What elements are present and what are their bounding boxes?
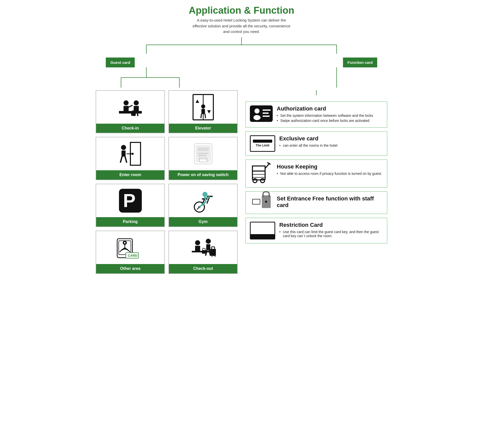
housekeeping-card-bullets: Not able to access room if privacy funct…: [277, 172, 383, 176]
svg-rect-81: [202, 250, 206, 254]
exclusive-icon-box: The Limit: [250, 135, 275, 152]
exclusive-bullet-1: can enter all the rooms in the hotel: [279, 143, 383, 147]
restriction-card-content: Restriction Card Use this card can limit…: [279, 222, 383, 239]
top-section: Application & Function A easy-to-used Ho…: [96, 5, 387, 88]
parking-label: Parking: [96, 217, 164, 227]
svg-rect-70: [195, 246, 200, 251]
svg-point-87: [254, 108, 260, 114]
icon-row-4: CARD Other area: [96, 231, 238, 274]
svg-rect-89: [263, 109, 271, 111]
enterroom-image: [96, 137, 164, 170]
enterroom-box: Enter room: [96, 137, 165, 180]
housekeeping-icon-svg: [251, 162, 271, 185]
page-subtitle: A easy-to-used Hotel Locking System can …: [191, 17, 292, 35]
page-title: Application & Function: [189, 5, 294, 16]
svg-point-69: [195, 240, 200, 245]
svg-rect-27: [201, 109, 205, 114]
entrance-lock-dot: [265, 201, 267, 203]
svg-rect-90: [263, 113, 269, 114]
gym-icon: [189, 187, 217, 215]
housekeeping-bullet-1: Not able to access room if privacy funct…: [277, 172, 383, 176]
restriction-card-bullets: Use this card can limit the guest card k…: [279, 230, 383, 238]
otherarea-label: Other area: [96, 264, 164, 273]
entrance-lock-combo: [252, 195, 271, 208]
icon-row-1: Check-in: [96, 90, 238, 134]
exclusive-stripe: [253, 140, 272, 143]
svg-rect-75: [210, 249, 216, 256]
poweron-box: Power on of saving switch: [168, 137, 238, 180]
title-box: Application & Function A easy-to-used Ho…: [189, 5, 294, 35]
svg-point-88: [253, 115, 261, 120]
otherarea-image: CARD: [96, 231, 164, 264]
svg-line-34: [120, 157, 122, 162]
auth-card-content: Authorization card Set the system inform…: [277, 105, 383, 124]
restriction-icon: [250, 222, 275, 239]
svg-line-28: [201, 114, 201, 118]
exclusive-card-title: Exclusive card: [279, 135, 383, 142]
svg-rect-42: [198, 155, 206, 156]
poweron-icon: [191, 141, 216, 166]
otherarea-box: CARD Other area: [96, 231, 165, 274]
entrance-card-content: Set Entrance Free function with staff ca…: [277, 195, 383, 210]
otherarea-icon: CARD: [115, 234, 146, 262]
parking-image: P: [96, 184, 164, 217]
exclusive-icon: The Limit: [250, 135, 275, 152]
auth-card: Authorization card Set the system inform…: [245, 101, 387, 128]
poweron-label: Power on of saving switch: [169, 170, 237, 180]
function-cards-list: Authorization card Set the system inform…: [245, 101, 387, 244]
page-wrapper: Application & Function A easy-to-used Ho…: [96, 5, 387, 277]
auth-card-bullets: Set the system information between softw…: [277, 114, 383, 123]
svg-text:CARD: CARD: [128, 254, 137, 257]
svg-point-65: [124, 242, 126, 244]
svg-rect-33: [122, 151, 126, 157]
function-card-label: Function card: [343, 58, 377, 67]
svg-rect-40: [198, 147, 209, 151]
housekeeping-icon: [250, 163, 273, 184]
entrance-card-small: [252, 199, 260, 204]
right-top-line: [245, 90, 387, 95]
exclusive-card-content: Exclusive card can enter all the rooms i…: [279, 135, 383, 148]
elevator-box: Elevator: [168, 90, 238, 134]
icon-row-3: P Parking: [96, 184, 238, 227]
poweron-image: [169, 137, 237, 170]
exclusive-card: The Limit Exclusive card can enter all t…: [245, 131, 387, 156]
svg-point-80: [214, 255, 216, 257]
svg-line-97: [268, 163, 270, 164]
svg-rect-72: [206, 244, 210, 250]
checkin-label: Check-in: [96, 124, 164, 133]
entrance-card: Set Entrance Free function with staff ca…: [245, 191, 387, 214]
left-column: Check-in: [96, 90, 238, 277]
svg-point-56: [202, 192, 208, 197]
cards-row: Guest card Function card: [96, 58, 387, 67]
housekeeping-card: House Keeping Not able to access room if…: [245, 159, 387, 188]
auth-icon: [250, 105, 273, 122]
svg-point-99: [261, 179, 265, 183]
restriction-card-title: Restriction Card: [279, 222, 383, 228]
elevator-icon: [192, 93, 215, 121]
svg-rect-91: [263, 116, 270, 117]
top-connector-svg: [96, 37, 387, 58]
auth-card-icon-svg: [250, 105, 273, 122]
svg-rect-86: [250, 105, 273, 122]
housekeeping-card-title: House Keeping: [277, 163, 383, 170]
auth-bullet-2: Swipe authorization card once before loc…: [277, 119, 383, 123]
restriction-bullet-1: Use this card can limit the guest card k…: [279, 230, 383, 238]
entrance-icon: [250, 195, 273, 208]
checkin-image: [96, 91, 164, 124]
gym-label: Gym: [169, 217, 237, 227]
svg-point-79: [211, 255, 213, 257]
svg-point-14: [134, 100, 139, 105]
checkin-icon: [116, 93, 144, 121]
icon-row-2: Enter room: [96, 137, 238, 180]
svg-point-32: [121, 145, 126, 150]
checkout-label: Check-out: [169, 264, 237, 273]
svg-point-63: [124, 247, 126, 249]
auth-bullet-1: Set the system information between softw…: [277, 114, 383, 118]
parking-icon: P: [116, 187, 144, 215]
checkout-image: [169, 231, 237, 264]
gym-image: [169, 184, 237, 217]
svg-line-13: [129, 105, 132, 107]
gym-box: Gym: [168, 184, 238, 227]
svg-line-35: [125, 157, 127, 162]
elevator-label: Elevator: [169, 124, 237, 133]
